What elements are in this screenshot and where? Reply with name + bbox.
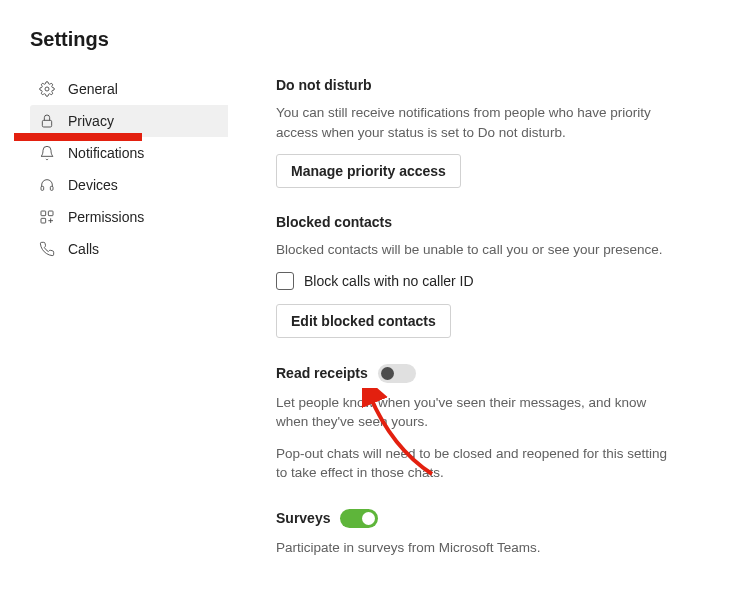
sidebar-item-label: Notifications: [68, 145, 144, 161]
sidebar-item-label: Calls: [68, 241, 99, 257]
block-no-caller-id-label: Block calls with no caller ID: [304, 273, 474, 289]
sidebar-item-notifications[interactable]: Notifications: [30, 137, 228, 169]
surveys-desc: Participate in surveys from Microsoft Te…: [276, 538, 668, 558]
edit-blocked-contacts-button[interactable]: Edit blocked contacts: [276, 304, 451, 338]
gear-icon: [38, 80, 56, 98]
sidebar-item-label: General: [68, 81, 118, 97]
sidebar-item-permissions[interactable]: Permissions: [30, 201, 228, 233]
sidebar-item-label: Permissions: [68, 209, 144, 225]
svg-rect-1: [42, 120, 51, 127]
read-desc-2: Pop-out chats will need to be closed and…: [276, 444, 668, 483]
section-title-blocked: Blocked contacts: [276, 214, 668, 230]
sidebar-item-devices[interactable]: Devices: [30, 169, 228, 201]
bell-icon: [38, 144, 56, 162]
svg-rect-2: [41, 186, 44, 190]
manage-priority-access-button[interactable]: Manage priority access: [276, 154, 461, 188]
section-title-read: Read receipts: [276, 365, 368, 381]
annotation-red-underline: [14, 133, 142, 141]
sidebar-item-general[interactable]: General: [30, 73, 228, 105]
settings-content: Do not disturb You can still receive not…: [228, 73, 708, 584]
sidebar-item-calls[interactable]: Calls: [30, 233, 228, 265]
read-desc-1: Let people know when you've seen their m…: [276, 393, 668, 432]
svg-rect-5: [48, 211, 53, 216]
svg-rect-4: [41, 211, 46, 216]
svg-rect-6: [41, 218, 46, 223]
headset-icon: [38, 176, 56, 194]
svg-point-0: [45, 87, 49, 91]
settings-sidebar: General Privacy Notifications Devices: [30, 73, 228, 265]
sidebar-item-label: Privacy: [68, 113, 114, 129]
phone-icon: [38, 240, 56, 258]
sidebar-item-label: Devices: [68, 177, 118, 193]
lock-icon: [38, 112, 56, 130]
section-title-dnd: Do not disturb: [276, 77, 668, 93]
svg-rect-3: [50, 186, 53, 190]
section-dnd: Do not disturb You can still receive not…: [276, 77, 668, 188]
section-read-receipts: Read receipts Let people know when you'v…: [276, 364, 668, 483]
apps-icon: [38, 208, 56, 226]
dnd-desc: You can still receive notifications from…: [276, 103, 668, 142]
page-title: Settings: [30, 28, 743, 51]
block-no-caller-id-checkbox[interactable]: [276, 272, 294, 290]
section-blocked: Blocked contacts Blocked contacts will b…: [276, 214, 668, 338]
surveys-toggle[interactable]: [340, 509, 378, 528]
read-receipts-toggle[interactable]: [378, 364, 416, 383]
section-title-surveys: Surveys: [276, 510, 330, 526]
section-surveys: Surveys Participate in surveys from Micr…: [276, 509, 668, 558]
blocked-desc: Blocked contacts will be unable to call …: [276, 240, 668, 260]
